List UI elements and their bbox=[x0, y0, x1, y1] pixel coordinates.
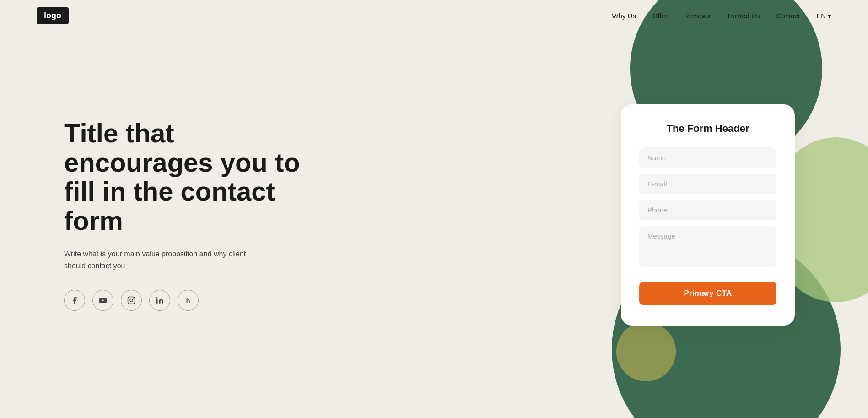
social-icon-facebook[interactable] bbox=[64, 290, 85, 311]
nav-item-trusted-us[interactable]: Trusted Us bbox=[727, 12, 760, 20]
hero-subtitle: Write what is your main value propositio… bbox=[64, 248, 256, 271]
email-input[interactable] bbox=[639, 174, 776, 194]
language-selector[interactable]: EN ▾ bbox=[816, 12, 831, 20]
nav-item-offer[interactable]: Offer bbox=[652, 12, 668, 20]
main-nav: Why Us Offer Reviews Trusted Us Contact … bbox=[612, 12, 831, 20]
houzz-letter: h bbox=[186, 297, 190, 304]
phone-input[interactable] bbox=[639, 200, 776, 220]
name-input[interactable] bbox=[639, 147, 776, 168]
facebook-icon bbox=[70, 296, 79, 304]
cta-button[interactable]: Primary CTA bbox=[639, 282, 776, 305]
social-icon-linkedin[interactable] bbox=[149, 290, 170, 311]
form-title: The Form Header bbox=[639, 123, 776, 135]
logo[interactable]: logo bbox=[37, 7, 69, 24]
main-content: Title that encourages you to fill in the… bbox=[0, 32, 868, 407]
contact-form-card: The Form Header Primary CTA bbox=[621, 104, 795, 326]
linkedin-icon bbox=[156, 296, 164, 304]
nav-item-why-us[interactable]: Why Us bbox=[612, 12, 636, 20]
nav-item-reviews[interactable]: Reviews bbox=[684, 12, 710, 20]
hero-title: Title that encourages you to fill in the… bbox=[64, 119, 320, 235]
social-icon-houzz[interactable]: h bbox=[178, 290, 199, 311]
youtube-icon bbox=[99, 296, 107, 304]
social-icon-instagram[interactable] bbox=[121, 290, 142, 311]
message-input[interactable] bbox=[639, 226, 776, 267]
social-icon-youtube[interactable] bbox=[92, 290, 113, 311]
social-icons-group: h bbox=[64, 290, 320, 311]
hero-section: Title that encourages you to fill in the… bbox=[64, 119, 320, 311]
site-header: logo Why Us Offer Reviews Trusted Us Con… bbox=[0, 0, 868, 32]
nav-item-contact[interactable]: Contact bbox=[776, 12, 800, 20]
svg-rect-1 bbox=[128, 297, 135, 304]
svg-point-3 bbox=[156, 297, 158, 299]
instagram-icon bbox=[127, 296, 135, 304]
